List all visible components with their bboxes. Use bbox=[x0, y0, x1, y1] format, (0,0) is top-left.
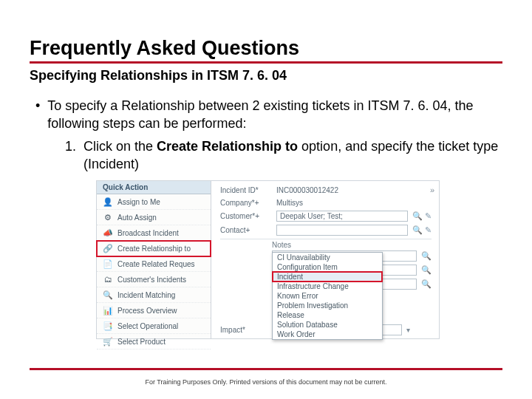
qa-broadcast-incident[interactable]: 📣Broadcast Incident bbox=[97, 225, 211, 241]
dd-configuration-item[interactable]: Configuration Item bbox=[273, 262, 382, 272]
dd-release[interactable]: Release bbox=[273, 310, 382, 320]
chevron-down-icon[interactable]: ▾ bbox=[406, 326, 410, 334]
customer-input[interactable] bbox=[276, 211, 408, 222]
step-item: 1. Click on the Create Relationship to o… bbox=[65, 137, 502, 174]
search-icon: 🔍 bbox=[103, 290, 113, 300]
document-icon: 📄 bbox=[103, 259, 113, 269]
incident-id-value: INC000030012422 bbox=[276, 185, 338, 195]
dd-infrastructure-change[interactable]: Infrastructure Change bbox=[273, 282, 382, 291]
qa-process-overview[interactable]: 📊Process Overview bbox=[97, 303, 211, 318]
quick-action-panel: Quick Action 👤Assign to Me ⚙Auto Assign … bbox=[97, 181, 211, 338]
megaphone-icon: 📣 bbox=[103, 228, 113, 238]
step-text: Click on the Create Relationship to opti… bbox=[83, 137, 502, 174]
contact-label: Contact+ bbox=[220, 226, 272, 234]
list-icon: 📑 bbox=[103, 321, 113, 331]
dd-incident[interactable]: Incident bbox=[273, 272, 382, 282]
qa-select-product[interactable]: 🛒Select Product bbox=[97, 334, 211, 349]
contact-field-icons[interactable]: 🔍 ✎ bbox=[412, 225, 432, 235]
cart-icon: 🛒 bbox=[103, 336, 113, 347]
page-title: Frequently Asked Questions bbox=[30, 37, 502, 64]
qa-customers-incidents[interactable]: 🗂Customer's Incidents bbox=[97, 272, 211, 287]
chart-icon: 📊 bbox=[103, 305, 113, 316]
notes-field-icon-3[interactable]: 🔍 bbox=[421, 279, 432, 289]
customer-field-icons[interactable]: 🔍 ✎ bbox=[412, 211, 432, 221]
folder-icon: 🗂 bbox=[103, 274, 113, 284]
qa-select-operational[interactable]: 📑Select Operational bbox=[97, 318, 211, 334]
step-number: 1. bbox=[65, 137, 76, 174]
notes-field-icon-1[interactable]: 🔍 bbox=[421, 251, 432, 261]
dd-problem-investigation[interactable]: Problem Investigation bbox=[273, 301, 382, 310]
bullet-dot: • bbox=[35, 97, 40, 133]
form-panel: » Incident ID* INC000030012422 Company*+… bbox=[211, 181, 439, 338]
gear-icon: ⚙ bbox=[103, 212, 113, 222]
company-value: Multisys bbox=[276, 198, 303, 208]
notes-label: Notes bbox=[272, 241, 432, 249]
qa-incident-matching[interactable]: 🔍Incident Matching bbox=[97, 287, 211, 303]
qa-create-related-request[interactable]: 📄Create Related Reques bbox=[97, 256, 211, 272]
dd-solution-database[interactable]: Solution Database bbox=[273, 320, 382, 330]
dd-known-error[interactable]: Known Error bbox=[273, 291, 382, 301]
itsm-screenshot: Quick Action 👤Assign to Me ⚙Auto Assign … bbox=[96, 180, 440, 339]
chevron-right-icon[interactable]: » bbox=[430, 185, 433, 194]
footer-note: For Training Purposes Only. Printed vers… bbox=[0, 378, 532, 386]
separator bbox=[220, 239, 432, 239]
qa-create-relationship-to[interactable]: 🔗Create Relationship to bbox=[97, 241, 211, 256]
quick-action-header: Quick Action bbox=[97, 181, 211, 194]
company-label: Company*+ bbox=[220, 199, 272, 207]
notes-field-icon-2[interactable]: 🔍 bbox=[421, 265, 432, 275]
user-icon: 👤 bbox=[103, 197, 113, 207]
dd-work-order[interactable]: Work Order bbox=[273, 330, 382, 339]
link-icon: 🔗 bbox=[103, 243, 113, 253]
incident-id-label: Incident ID* bbox=[220, 186, 272, 194]
bullet-item: • To specify a Relationship between 2 ex… bbox=[35, 97, 502, 133]
impact-label: Impact* bbox=[220, 326, 272, 334]
contact-input[interactable] bbox=[276, 225, 408, 236]
bullet-text: To specify a Relationship between 2 exis… bbox=[47, 97, 502, 133]
relationship-type-dropdown[interactable]: CI Unavailability Configuration Item Inc… bbox=[272, 252, 383, 340]
qa-auto-assign[interactable]: ⚙Auto Assign bbox=[97, 210, 211, 225]
dd-ci-unavailability[interactable]: CI Unavailability bbox=[273, 253, 382, 262]
page-subtitle: Specifying Relationships in ITSM 7. 6. 0… bbox=[30, 68, 502, 83]
footer-rule bbox=[30, 368, 502, 370]
customer-label: Customer*+ bbox=[220, 212, 272, 220]
qa-assign-to-me[interactable]: 👤Assign to Me bbox=[97, 194, 211, 210]
